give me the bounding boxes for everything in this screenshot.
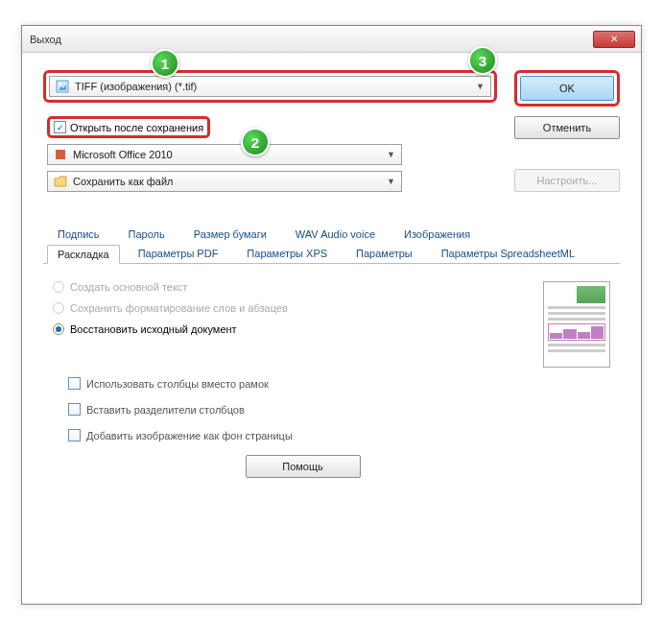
chevron-down-icon: ▼ [476,82,485,91]
marker-2: 2 [241,128,270,156]
titlebar: Выход ✕ [22,26,641,53]
format-label: TIFF (изображения) (*.tif) [75,81,476,92]
tab-paper[interactable]: Размер бумаги [183,225,277,244]
app-label: Microsoft Office 2010 [73,149,387,160]
tab-wav[interactable]: WAV Audio voice [285,225,386,244]
bg-image-row[interactable]: ✓ Добавить изображение как фон страницы [68,429,620,441]
folder-icon [54,175,67,188]
marker-3: 3 [468,46,497,75]
tab-layout[interactable]: Раскладка [47,245,120,264]
bg-image-checkbox[interactable]: ✓ [68,429,81,441]
bg-image-label: Добавить изображение как фон страницы [86,430,293,441]
app-dropdown[interactable]: Microsoft Office 2010 ▼ [47,144,402,165]
radio-main-text[interactable]: Создать основной текст [53,281,514,293]
cancel-button[interactable]: Отменить [514,116,620,139]
ok-button[interactable]: OK [520,76,614,101]
chevron-down-icon: ▼ [387,177,395,186]
image-icon [56,80,69,93]
help-button[interactable]: Помощь [246,455,361,478]
tabs: Подпись Пароль Размер бумаги WAV Audio v… [43,225,620,264]
radio-label: Восстановить исходный документ [70,323,237,335]
tab-pdf[interactable]: Параметры PDF [128,244,229,263]
radio-label: Создать основной текст [70,281,187,293]
use-columns-row[interactable]: ✓ Использовать столбцы вместо рамок [68,377,620,390]
use-columns-label: Использовать столбцы вместо рамок [86,378,269,390]
save-label: Сохранить как файл [73,176,387,187]
ok-button-highlight: OK [514,70,620,107]
open-after-checkbox[interactable]: ✓ [54,121,66,133]
dialog-window: Выход ✕ 1 2 TIFF (изображения) (*.tif) ▼… [21,25,642,605]
radio-icon [53,302,64,314]
open-after-label: Открыть после сохранения [70,122,203,133]
format-dropdown[interactable]: TIFF (изображения) (*.tif) ▼ [49,76,491,97]
col-dividers-label: Вставить разделители столбцов [86,404,245,416]
use-columns-checkbox[interactable]: ✓ [68,377,81,390]
office-icon [54,148,67,161]
tab-signature[interactable]: Подпись [47,225,110,244]
close-icon[interactable]: ✕ [593,31,635,48]
open-after-highlight: ✓ Открыть после сохранения [47,116,210,138]
radio-keep-format[interactable]: Сохранить форматирование слов и абзацев [53,302,514,314]
svg-rect-1 [59,83,61,85]
format-dropdown-highlight: TIFF (изображения) (*.tif) ▼ [43,70,497,103]
radio-icon [53,323,64,335]
preview-thumb [543,281,610,368]
tab-spread[interactable]: Параметры SpreadsheetML [431,244,585,263]
col-dividers-checkbox[interactable]: ✓ [68,403,81,416]
marker-1: 1 [151,49,179,78]
radio-icon [53,281,64,293]
svg-rect-0 [57,81,68,92]
chevron-down-icon: ▼ [387,150,395,159]
configure-button: Настроить... [514,169,620,192]
tab-password[interactable]: Пароль [118,225,176,244]
window-title: Выход [30,34,61,45]
tab-params[interactable]: Параметры [345,244,423,263]
radio-label: Сохранить форматирование слов и абзацев [70,302,288,314]
save-dropdown[interactable]: Сохранить как файл ▼ [47,171,402,192]
tab-xps[interactable]: Параметры XPS [236,244,338,263]
radio-restore[interactable]: Восстановить исходный документ [53,323,514,335]
svg-rect-2 [56,150,65,159]
col-dividers-row[interactable]: ✓ Вставить разделители столбцов [68,403,620,416]
tab-images[interactable]: Изображения [393,225,481,244]
